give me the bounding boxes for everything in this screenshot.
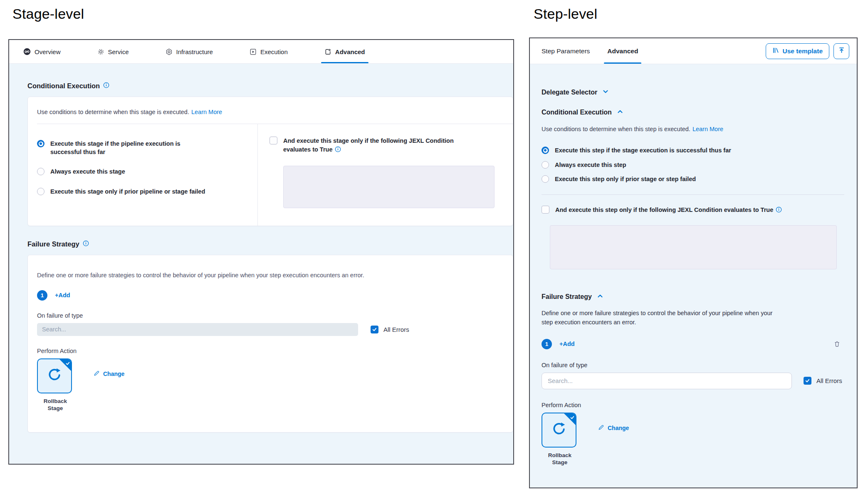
failure-strategy-heading: Failure Strategy <box>27 240 495 248</box>
strategy-count-badge[interactable]: 1 <box>37 290 47 301</box>
tab-execution[interactable]: Execution <box>250 40 288 63</box>
radio-option-always-execute[interactable]: Always execute this stage <box>37 168 257 176</box>
info-icon[interactable] <box>103 82 109 90</box>
use-template-button[interactable]: Use template <box>766 43 829 59</box>
all-errors-checkbox-row[interactable]: All Errors <box>371 326 409 333</box>
radio-unselected[interactable] <box>37 188 45 195</box>
checkbox-unchecked[interactable] <box>270 137 277 144</box>
tab-infrastructure[interactable]: Infrastructure <box>166 40 213 63</box>
rollback-stage-tile[interactable] <box>37 358 72 393</box>
tab-label: Overview <box>35 48 61 55</box>
radio-label[interactable]: Always execute this stage <box>50 168 125 176</box>
all-errors-label[interactable]: All Errors <box>383 326 409 333</box>
jexl-condition-input[interactable] <box>283 166 495 208</box>
learn-more-link[interactable]: Learn More <box>191 109 222 115</box>
add-strategy-link[interactable]: +Add <box>55 292 70 298</box>
checkbox-checked[interactable] <box>371 326 378 333</box>
tab-label: Advanced <box>335 48 365 55</box>
failure-type-search-input[interactable] <box>37 323 358 336</box>
conditional-execution-card: Use conditions to determine when this st… <box>27 97 513 226</box>
tab-overview[interactable]: Overview <box>23 40 61 63</box>
tab-advanced[interactable]: Advanced <box>324 40 365 63</box>
radio-label[interactable]: Execute this stage if the pipeline execu… <box>50 140 183 156</box>
execution-icon <box>250 48 257 55</box>
conditional-execution-header[interactable]: Conditional Execution <box>542 108 844 117</box>
step-panel-body: Delegate Selector Conditional Execution … <box>530 64 857 488</box>
rollback-stage-tile[interactable] <box>542 413 576 448</box>
rollback-icon <box>551 421 567 439</box>
upload-button[interactable] <box>833 43 849 59</box>
change-action-link[interactable]: Change <box>94 370 124 378</box>
radio-label[interactable]: Always execute this step <box>555 161 626 169</box>
strategy-count-badge[interactable]: 1 <box>542 339 552 349</box>
jexl-condition-label[interactable]: And execute this stage only if the follo… <box>283 137 454 153</box>
tab-service[interactable]: Service <box>97 40 129 63</box>
tab-label: Infrastructure <box>176 48 213 55</box>
tab-label: Execution <box>260 48 288 55</box>
radio-unselected[interactable] <box>542 161 549 169</box>
radio-selected[interactable] <box>542 147 549 154</box>
checkbox-unchecked[interactable] <box>542 206 549 214</box>
section-title: Conditional Execution <box>27 82 100 90</box>
radio-label[interactable]: Execute this stage only if prior pipelin… <box>50 188 205 196</box>
info-icon[interactable] <box>335 146 341 155</box>
on-failure-label: On failure of type <box>542 362 844 368</box>
selected-check-icon <box>65 360 70 368</box>
tab-label: Step Parameters <box>542 47 590 55</box>
radio-option-pipeline-successful[interactable]: Execute this stage if the pipeline execu… <box>37 140 257 156</box>
stage-panel: Overview Service Infrastructure Executio… <box>8 39 514 465</box>
chevron-up-icon[interactable] <box>597 293 603 301</box>
perform-action-label: Perform Action <box>37 348 513 354</box>
tab-advanced[interactable]: Advanced <box>607 38 638 64</box>
divider <box>542 194 844 195</box>
radio-option-stage-successful[interactable]: Execute this step if the stage execution… <box>542 147 844 155</box>
add-strategy-link[interactable]: +Add <box>559 341 575 347</box>
radio-option-prior-failed[interactable]: Execute this step only if prior stage or… <box>542 175 844 184</box>
action-name: Rollback Stage <box>37 398 74 412</box>
delete-strategy-button[interactable] <box>834 341 840 347</box>
radio-selected[interactable] <box>37 140 45 147</box>
radio-unselected[interactable] <box>37 168 45 175</box>
overview-icon <box>23 48 31 55</box>
failure-strategy-description: Define one or more failure strategies to… <box>37 271 513 280</box>
check-icon <box>805 378 810 383</box>
pencil-icon <box>94 370 100 378</box>
radio-option-always-execute[interactable]: Always execute this step <box>542 161 844 169</box>
failure-type-search-input[interactable] <box>542 373 792 389</box>
radio-label[interactable]: Execute this step if the stage execution… <box>555 147 731 155</box>
learn-more-link[interactable]: Learn More <box>692 126 723 132</box>
step-level-title: Step-level <box>534 6 597 22</box>
tab-label: Advanced <box>607 47 638 55</box>
info-icon[interactable] <box>776 206 782 215</box>
execution-condition-radio-group: Execute this step if the stage execution… <box>542 147 844 184</box>
all-errors-checkbox-row[interactable]: All Errors <box>804 377 842 385</box>
selected-check-icon <box>570 414 575 422</box>
chevron-up-icon[interactable] <box>617 108 623 117</box>
change-action-link[interactable]: Change <box>598 424 629 432</box>
tab-label: Service <box>108 48 129 55</box>
conditional-execution-heading: Conditional Execution <box>27 82 495 90</box>
failure-strategy-header[interactable]: Failure Strategy <box>542 293 844 301</box>
upload-icon <box>838 47 845 55</box>
rollback-icon <box>46 367 63 385</box>
all-errors-label[interactable]: All Errors <box>816 377 842 384</box>
info-icon[interactable] <box>83 240 89 248</box>
stage-panel-body: Conditional Execution Use conditions to … <box>9 64 513 464</box>
jexl-condition-checkbox-row[interactable]: And execute this stage only if the follo… <box>270 137 500 155</box>
failure-strategy-description: Define one or more failure strategies to… <box>542 308 774 327</box>
failure-strategy-card: Define one or more failure strategies to… <box>27 255 513 433</box>
radio-unselected[interactable] <box>542 175 549 183</box>
radio-label[interactable]: Execute this step only if prior stage or… <box>555 175 696 184</box>
chevron-down-icon[interactable] <box>602 88 609 97</box>
radio-option-prior-failed[interactable]: Execute this stage only if prior pipelin… <box>37 188 257 196</box>
checkbox-checked[interactable] <box>804 377 811 385</box>
jexl-condition-input[interactable] <box>550 225 837 269</box>
jexl-condition-label[interactable]: And execute this step only if the follow… <box>555 206 773 213</box>
advanced-icon <box>324 48 331 55</box>
step-tabbar: Step Parameters Advanced Use template <box>530 38 857 64</box>
step-panel: Step Parameters Advanced Use template <box>529 37 858 488</box>
jexl-condition-checkbox-row[interactable]: And execute this step only if the follow… <box>542 206 844 215</box>
delegate-selector-header[interactable]: Delegate Selector <box>542 88 844 97</box>
tab-step-parameters[interactable]: Step Parameters <box>542 38 590 64</box>
pencil-icon <box>598 424 604 432</box>
